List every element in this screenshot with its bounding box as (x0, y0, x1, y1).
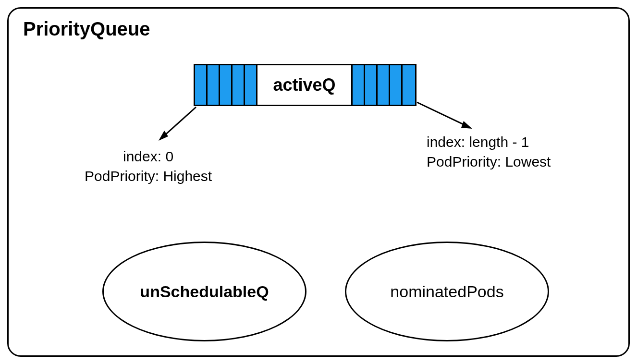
unschedulable-ellipse: unSchedulableQ (102, 242, 306, 341)
right-annotation: index: length - 1 PodPriority: Lowest (427, 133, 551, 171)
queue-cell-left (245, 65, 257, 105)
queue-cell-left (208, 65, 220, 105)
left-annotation-line2: PodPriority: Highest (85, 167, 212, 186)
queue-cell-left (233, 65, 245, 105)
left-annotation: index: 0 PodPriority: Highest (85, 147, 212, 186)
queue-cell-right (353, 65, 365, 105)
arrow-left-icon (153, 105, 206, 148)
queue-cell-right (378, 65, 390, 105)
svg-marker-3 (461, 121, 472, 129)
svg-marker-1 (159, 131, 168, 141)
unschedulable-label: unSchedulableQ (140, 282, 269, 301)
active-queue-box: activeQ (194, 64, 416, 106)
priority-queue-container: PriorityQueue activeQ index: 0 PodPriori… (7, 7, 630, 357)
svg-line-0 (162, 107, 196, 137)
queue-cell-right (390, 65, 403, 105)
container-title: PriorityQueue (23, 18, 150, 40)
queue-cell-left (195, 65, 208, 105)
left-annotation-line1: index: 0 (85, 147, 212, 167)
queue-cell-left (220, 65, 233, 105)
right-annotation-line2: PodPriority: Lowest (427, 152, 551, 172)
queue-cell-right (365, 65, 378, 105)
nominated-label: nominatedPods (390, 282, 503, 301)
nominated-ellipse: nominatedPods (345, 242, 549, 341)
svg-line-2 (417, 102, 467, 126)
right-annotation-line1: index: length - 1 (427, 133, 551, 152)
queue-cell-right (403, 65, 415, 105)
active-queue-label: activeQ (257, 65, 353, 105)
